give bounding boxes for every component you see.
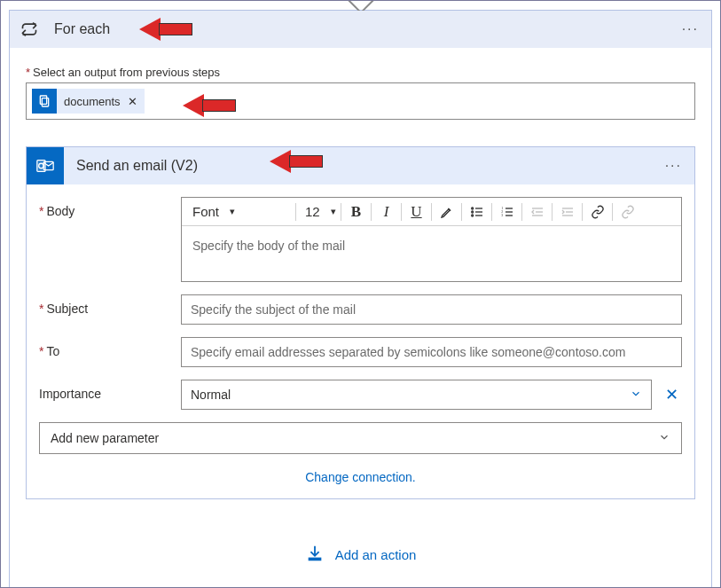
send-email-card: Send an email (V2) ··· *Body Font 12 xyxy=(26,146,695,499)
toolbar-separator xyxy=(552,203,553,221)
for-each-body: *Select an output from previous steps do… xyxy=(10,48,711,588)
svg-rect-24 xyxy=(308,558,321,561)
toolbar-separator xyxy=(491,203,492,221)
link-button[interactable] xyxy=(586,200,608,224)
select-output-label: *Select an output from previous steps xyxy=(26,66,695,79)
add-action-label: Add an action xyxy=(335,547,417,562)
color-picker-button[interactable] xyxy=(435,200,458,224)
token-documents[interactable]: documents ✕ xyxy=(32,89,145,114)
to-label: *To xyxy=(39,337,181,358)
select-output-label-text: Select an output from previous steps xyxy=(33,66,220,79)
to-field-row: *To xyxy=(39,337,682,367)
underline-button[interactable]: U xyxy=(405,200,427,224)
svg-point-9 xyxy=(471,215,473,216)
importance-clear-button[interactable]: ✕ xyxy=(661,385,682,404)
send-email-body: *Body Font 12 B I xyxy=(27,184,694,498)
add-parameter-label: Add new parameter xyxy=(51,431,159,445)
for-each-header[interactable]: For each ··· xyxy=(10,11,711,48)
select-output-input[interactable]: documents ✕ xyxy=(26,82,695,120)
subject-label: *Subject xyxy=(39,294,181,316)
add-parameter-select[interactable]: Add new parameter xyxy=(39,422,682,454)
chevron-down-icon xyxy=(630,388,642,403)
unlink-button[interactable] xyxy=(616,200,639,224)
importance-field-row: Importance Normal ✕ xyxy=(39,380,682,410)
token-documents-remove[interactable]: ✕ xyxy=(128,95,137,108)
add-action-button[interactable]: Add an action xyxy=(26,544,695,566)
body-rich-editor: Font 12 B I U xyxy=(181,197,682,282)
flow-canvas: For each ··· *Select an output from prev… xyxy=(0,0,721,588)
svg-point-5 xyxy=(471,208,473,209)
body-field-row: *Body Font 12 B I xyxy=(39,197,682,282)
chevron-down-icon xyxy=(658,431,670,446)
bold-button[interactable]: B xyxy=(345,200,367,224)
subject-field-row: *Subject xyxy=(39,294,682,325)
toolbar-separator xyxy=(431,203,432,221)
indent-button[interactable] xyxy=(556,200,578,224)
svg-rect-1 xyxy=(42,98,48,106)
toolbar-separator xyxy=(401,203,402,221)
importance-label: Importance xyxy=(39,380,181,401)
token-documents-label: documents xyxy=(64,95,121,108)
loop-icon xyxy=(10,11,49,48)
to-input[interactable] xyxy=(181,337,682,367)
for-each-card: For each ··· *Select an output from prev… xyxy=(9,10,712,588)
toolbar-separator xyxy=(461,203,462,221)
toolbar-separator xyxy=(521,203,522,221)
send-email-header[interactable]: Send an email (V2) ··· xyxy=(27,147,694,184)
subject-input[interactable] xyxy=(181,294,682,325)
toolbar-separator xyxy=(295,203,296,221)
importance-select[interactable]: Normal xyxy=(181,380,652,410)
body-textarea[interactable]: Specify the body of the mail xyxy=(182,226,681,281)
for-each-menu-button[interactable]: ··· xyxy=(682,21,699,37)
outdent-button[interactable] xyxy=(526,200,548,224)
font-size-select[interactable]: 12 xyxy=(300,200,337,224)
toolbar-separator xyxy=(582,203,583,221)
svg-text:3: 3 xyxy=(501,213,503,217)
toolbar-separator xyxy=(371,203,372,221)
outlook-icon xyxy=(27,147,64,184)
font-select[interactable]: Font xyxy=(187,200,292,224)
toolbar-separator xyxy=(341,203,341,221)
svg-rect-0 xyxy=(40,96,46,104)
italic-button[interactable]: I xyxy=(375,200,397,224)
add-action-icon xyxy=(305,544,325,566)
required-asterisk: * xyxy=(26,66,30,79)
importance-value: Normal xyxy=(191,388,231,402)
number-list-button[interactable]: 123 xyxy=(496,200,518,224)
send-email-title: Send an email (V2) xyxy=(64,158,198,174)
for-each-title: For each xyxy=(49,21,110,37)
bullet-list-button[interactable] xyxy=(466,200,488,224)
rich-toolbar: Font 12 B I U xyxy=(182,198,681,226)
toolbar-separator xyxy=(612,203,613,221)
token-documents-icon xyxy=(32,89,57,114)
change-connection-link[interactable]: Change connection. xyxy=(39,470,682,484)
body-label: *Body xyxy=(39,197,181,218)
send-email-menu-button[interactable]: ··· xyxy=(665,158,682,174)
svg-point-7 xyxy=(471,211,473,213)
